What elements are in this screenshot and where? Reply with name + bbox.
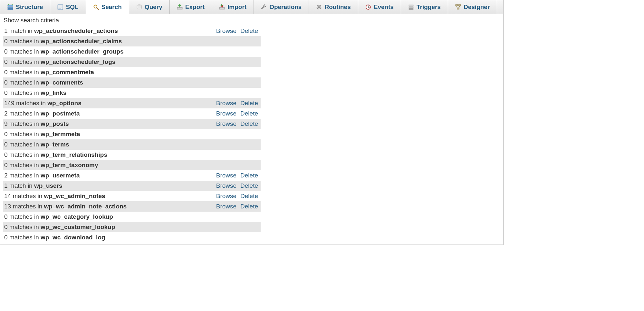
svg-rect-17 — [457, 8, 459, 9]
result-text: 14 matches in wp_wc_admin_notes — [3, 191, 211, 201]
result-actions — [211, 46, 261, 57]
structure-icon — [7, 4, 13, 10]
result-row: 0 matches in wp_terms — [3, 139, 261, 150]
svg-line-5 — [97, 8, 99, 10]
result-count: 0 — [4, 141, 8, 148]
result-text: 1 match in wp_users — [3, 181, 211, 191]
result-count: 2 — [4, 110, 8, 117]
result-count: 0 — [4, 162, 8, 168]
tab-designer[interactable]: Designer — [448, 0, 497, 14]
result-table-name: wp_actionscheduler_actions — [34, 27, 118, 34]
result-count: 0 — [4, 213, 8, 220]
tab-label: Query — [145, 4, 162, 11]
result-noun: matches — [9, 151, 33, 158]
result-text: 0 matches in wp_termmeta — [3, 129, 211, 139]
delete-link[interactable]: Delete — [240, 193, 258, 199]
result-actions: BrowseDelete — [211, 98, 261, 108]
result-noun: matches — [9, 120, 33, 127]
result-table-name: wp_termmeta — [41, 131, 80, 137]
result-count: 149 — [4, 100, 14, 106]
browse-link[interactable]: Browse — [216, 193, 236, 199]
result-actions: BrowseDelete — [211, 119, 261, 129]
delete-link[interactable]: Delete — [240, 203, 258, 210]
result-table-name: wp_term_taxonomy — [41, 162, 98, 168]
tab-export[interactable]: Export — [170, 0, 212, 14]
result-table-name: wp_actionscheduler_claims — [41, 38, 122, 45]
show-search-criteria[interactable]: Show search criteria — [0, 14, 503, 26]
browse-link[interactable]: Browse — [216, 203, 236, 210]
browse-link[interactable]: Browse — [216, 182, 236, 189]
result-actions — [211, 232, 261, 243]
result-table-name: wp_wc_download_log — [41, 234, 105, 241]
result-actions — [211, 88, 261, 98]
result-table-name: wp_actionscheduler_groups — [41, 48, 124, 55]
svg-rect-16 — [458, 5, 461, 6]
result-noun: matches — [16, 100, 39, 106]
delete-link[interactable]: Delete — [240, 100, 258, 106]
delete-link[interactable]: Delete — [240, 27, 258, 34]
result-noun: matches — [9, 141, 33, 148]
result-noun: matches — [9, 110, 33, 117]
result-text: 2 matches in wp_postmeta — [3, 108, 211, 119]
tab-label: Search — [101, 4, 122, 11]
result-row: 0 matches in wp_actionscheduler_logs — [3, 57, 261, 67]
result-row: 0 matches in wp_links — [3, 88, 261, 98]
result-actions — [211, 36, 261, 46]
svg-rect-15 — [456, 5, 458, 6]
import-icon — [219, 4, 225, 10]
result-noun: matches — [9, 48, 33, 55]
result-count: 0 — [4, 58, 8, 65]
svg-rect-1 — [8, 7, 13, 8]
browse-link[interactable]: Browse — [216, 172, 236, 179]
result-text: 0 matches in wp_comments — [3, 77, 211, 88]
tab-operations[interactable]: Operations — [254, 0, 309, 14]
browse-link[interactable]: Browse — [216, 120, 236, 127]
result-table-name: wp_actionscheduler_logs — [41, 58, 115, 65]
result-table-name: wp_wc_admin_notes — [44, 193, 105, 199]
result-count: 2 — [4, 172, 8, 179]
tab-structure[interactable]: Structure — [0, 0, 50, 14]
result-noun: matches — [9, 79, 33, 86]
result-count: 1 — [4, 182, 8, 189]
svg-rect-13 — [409, 7, 413, 8]
result-noun: matches — [9, 58, 33, 65]
tab-import[interactable]: Import — [212, 0, 254, 14]
result-row: 0 matches in wp_actionscheduler_groups — [3, 46, 261, 57]
delete-link[interactable]: Delete — [240, 182, 258, 189]
result-text: 0 matches in wp_wc_category_lookup — [3, 212, 211, 222]
result-count: 0 — [4, 38, 8, 45]
search-results-table: 1 match in wp_actionscheduler_actionsBro… — [3, 26, 261, 243]
tab-label: Export — [185, 4, 205, 11]
result-text: 0 matches in wp_term_taxonomy — [3, 160, 211, 170]
result-row: 0 matches in wp_term_taxonomy — [3, 160, 261, 170]
delete-link[interactable]: Delete — [240, 110, 258, 117]
result-row: 0 matches in wp_termmeta — [3, 129, 261, 139]
result-actions: BrowseDelete — [211, 201, 261, 212]
result-noun: matches — [9, 69, 33, 75]
delete-link[interactable]: Delete — [240, 172, 258, 179]
result-text: 0 matches in wp_commentmeta — [3, 67, 211, 77]
tab-events[interactable]: Events — [358, 0, 401, 14]
result-row: 0 matches in wp_wc_category_lookup — [3, 212, 261, 222]
result-actions: BrowseDelete — [211, 191, 261, 201]
tab-routines[interactable]: Routines — [309, 0, 358, 14]
browse-link[interactable]: Browse — [216, 110, 236, 117]
tab-triggers[interactable]: Triggers — [401, 0, 448, 14]
result-noun: matches — [9, 234, 33, 241]
content-area: Show search criteria 1 match in wp_actio… — [0, 14, 503, 245]
result-count: 1 — [4, 27, 8, 34]
result-text: 0 matches in wp_actionscheduler_claims — [3, 36, 211, 46]
tab-search[interactable]: Search — [86, 0, 129, 14]
result-actions — [211, 160, 261, 170]
delete-link[interactable]: Delete — [240, 120, 258, 127]
tab-query[interactable]: Query — [129, 0, 170, 14]
result-count: 0 — [4, 234, 8, 241]
result-text: 0 matches in wp_term_relationships — [3, 150, 211, 160]
browse-link[interactable]: Browse — [216, 27, 236, 34]
result-table-name: wp_wc_admin_note_actions — [44, 203, 127, 210]
tab-sql[interactable]: SQL — [50, 0, 86, 14]
browse-link[interactable]: Browse — [216, 100, 236, 106]
result-table-name: wp_options — [47, 100, 82, 106]
result-count: 0 — [4, 48, 8, 55]
result-actions — [211, 139, 261, 150]
